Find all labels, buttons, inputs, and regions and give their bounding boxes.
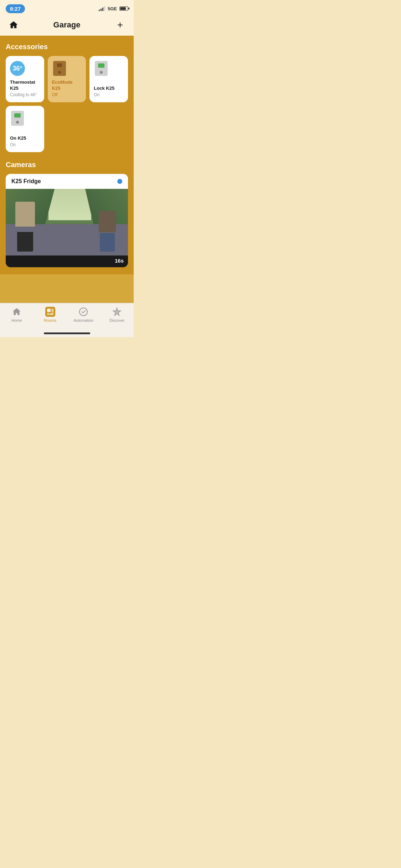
camera-card-k25-fridge[interactable]: K25 Fridge [6, 174, 128, 267]
scene-sky [48, 189, 91, 220]
on-k25-status: On [10, 142, 40, 147]
thermostat-icon: 36° [10, 61, 25, 76]
tab-automation[interactable]: Automation [71, 307, 96, 322]
svg-point-5 [79, 308, 87, 316]
tab-discover-icon [112, 307, 122, 317]
thermostat-name: Thermostat K25 [10, 79, 40, 92]
battery-fill [120, 7, 126, 10]
signal-bars-icon [99, 6, 105, 11]
tab-home-icon [12, 307, 22, 317]
home-indicator [0, 330, 134, 337]
battery-icon [119, 6, 128, 11]
tab-home[interactable]: Home [4, 307, 29, 322]
accessories-grid-row1: 36° Thermostat K25 Cooling to 46° EcoMod… [6, 56, 128, 102]
ecomode-icon [52, 61, 67, 76]
svg-rect-1 [47, 309, 51, 312]
tab-automation-label: Automation [74, 318, 94, 322]
person-right [99, 209, 116, 252]
network-label: 5GE [108, 6, 117, 11]
accessory-on-k25[interactable]: On K25 On [6, 106, 44, 152]
tab-rooms[interactable]: Rooms [38, 307, 63, 322]
foreground-object [6, 255, 128, 267]
status-bar: 8:27 5GE [0, 0, 134, 16]
svg-rect-0 [45, 307, 55, 317]
svg-rect-3 [47, 313, 49, 315]
bottom-padding [0, 274, 134, 303]
on-k25-name: On K25 [10, 135, 40, 141]
accessories-section: Accessories 36° Thermostat K25 Cooling t… [6, 43, 128, 152]
add-button[interactable]: + [114, 19, 127, 31]
cameras-section: Cameras K25 Fridge [6, 161, 128, 267]
lock-status: On [94, 92, 124, 97]
camera-name: K25 Fridge [11, 178, 41, 185]
tab-rooms-label: Rooms [44, 318, 56, 322]
status-time: 8:27 [6, 4, 25, 13]
camera-timer: 16s [115, 258, 124, 264]
camera-header: K25 Fridge [6, 174, 128, 189]
nav-bar: Garage + [0, 16, 134, 36]
ecomode-status: Off [52, 92, 82, 97]
camera-scene: 16s [6, 189, 128, 267]
accessory-thermostat-k25[interactable]: 36° Thermostat K25 Cooling to 46° [6, 56, 44, 102]
tab-discover-label: Discover [109, 318, 125, 322]
thermostat-status: Cooling to 46° [10, 92, 40, 97]
svg-rect-2 [51, 309, 53, 312]
home-icon[interactable] [7, 19, 20, 31]
tab-home-label: Home [11, 318, 22, 322]
status-icons: 5GE [99, 6, 128, 11]
accessories-header: Accessories [6, 43, 128, 51]
tab-bar: Home Rooms Automation [0, 303, 134, 330]
svg-rect-4 [50, 313, 53, 315]
person-left [15, 202, 35, 252]
main-content: Accessories 36° Thermostat K25 Cooling t… [0, 36, 134, 274]
lock-name: Lock K25 [94, 86, 124, 92]
lock-icon [94, 61, 109, 76]
tab-automation-icon [78, 307, 88, 317]
accessory-lock-k25[interactable]: Lock K25 On [89, 56, 128, 102]
tab-rooms-icon [45, 307, 55, 317]
ecomode-name: EcoMode K25 [52, 79, 82, 92]
accessory-ecomode-k25[interactable]: EcoMode K25 Off [48, 56, 86, 102]
camera-feed: 16s [6, 189, 128, 267]
camera-active-dot [117, 179, 122, 184]
tab-discover[interactable]: Discover [104, 307, 129, 322]
page-title: Garage [53, 20, 81, 30]
accessories-grid-row2: On K25 On [6, 106, 128, 152]
cameras-header: Cameras [6, 161, 128, 169]
on-k25-icon [10, 111, 25, 126]
home-indicator-bar [44, 332, 90, 334]
